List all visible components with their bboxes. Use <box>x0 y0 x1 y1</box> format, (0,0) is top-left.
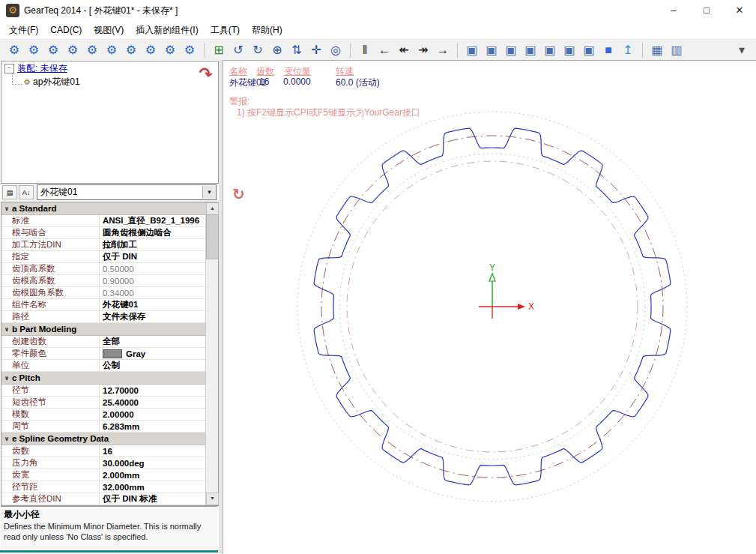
assembly-root-node[interactable]: 装配: 未保存 <box>17 62 67 75</box>
property-row[interactable]: 零件颜色Gray <box>1 348 206 360</box>
chevron-down-icon[interactable]: ▼ <box>202 186 216 199</box>
export-up-icon[interactable]: ↥ <box>618 41 638 58</box>
categorized-view-button[interactable]: ▤ <box>2 185 17 199</box>
collapse-chevron-icon[interactable]: ∨ <box>1 326 12 333</box>
gear-table-value[interactable]: 60.0 (活动) <box>336 76 380 89</box>
property-value[interactable]: 全部 <box>100 336 206 347</box>
property-row[interactable]: 根与啮合圆角齿根侧边啮合 <box>1 227 206 239</box>
cad-view-4-icon[interactable]: ▣ <box>521 41 540 58</box>
property-value[interactable]: 0.50000 <box>100 263 206 274</box>
spline-shaft-icon[interactable]: ⚙ <box>160 41 180 58</box>
gear-rack-icon[interactable]: ⚙ <box>63 41 82 58</box>
property-row[interactable]: 径节距32.000mm <box>1 481 206 493</box>
cad-view-3-icon[interactable]: ▣ <box>501 41 521 58</box>
property-value[interactable]: 0.90000 <box>100 275 206 286</box>
fast-left-icon[interactable]: ↞ <box>394 41 414 58</box>
component-combobox[interactable]: 外花键01 ▼ <box>37 184 217 200</box>
property-value[interactable]: 拉削加工 <box>100 239 206 250</box>
toolbar-options-icon[interactable]: ▾ <box>732 41 752 58</box>
property-value[interactable]: 公制 <box>100 360 206 371</box>
collapse-chevron-icon[interactable]: ∨ <box>1 375 12 382</box>
orbit-icon[interactable]: ◎ <box>326 41 345 58</box>
tree-collapse-toggle[interactable]: - <box>4 64 14 73</box>
property-grid-scrollbar[interactable]: ▲ ▼ <box>205 202 218 505</box>
scrollbar-up-button[interactable]: ▲ <box>206 202 219 215</box>
property-row[interactable]: 组件名称外花键01 <box>1 299 206 311</box>
step-right-icon[interactable]: → <box>433 41 453 58</box>
property-row[interactable]: 径节12.70000 <box>1 385 206 397</box>
timing-pulley-icon[interactable]: ⚙ <box>180 41 199 58</box>
scrollbar-thumb[interactable] <box>206 214 219 259</box>
property-value[interactable]: ANSI_直径_B92_1_1996 <box>100 215 206 226</box>
property-row[interactable]: 齿宽2.000mm <box>1 469 206 481</box>
property-value[interactable]: 仅于 DIN <box>100 251 206 262</box>
data-table-icon[interactable]: ▦ <box>647 41 667 58</box>
property-row[interactable]: 加工方法DIN拉削加工 <box>1 239 206 251</box>
minimize-button[interactable]: – <box>657 0 690 21</box>
property-value[interactable]: 16 <box>100 445 206 457</box>
gear-pair-icon[interactable]: ⚙ <box>24 41 43 58</box>
property-value[interactable]: 32.000mm <box>100 481 206 493</box>
property-row[interactable]: 压力角30.000deg <box>1 457 206 469</box>
internal-gear-icon[interactable]: ⚙ <box>43 41 63 58</box>
property-row[interactable]: 短齿径节25.40000 <box>1 397 206 409</box>
fast-right-icon[interactable]: ↠ <box>414 41 433 58</box>
menu-item-5[interactable]: 工具(T) <box>205 22 246 39</box>
property-row[interactable]: 齿根高系数0.90000 <box>1 275 206 287</box>
grid-category[interactable]: ∨c Pitch <box>1 372 206 385</box>
zoom-target-icon[interactable]: ⊕ <box>267 41 287 58</box>
property-value[interactable]: 0.34000 <box>100 287 206 298</box>
cad-view-5-icon[interactable]: ▣ <box>540 41 560 58</box>
pan-icon[interactable]: ✛ <box>306 41 326 58</box>
flip-vertical-icon[interactable]: ⇅ <box>287 41 306 58</box>
property-value[interactable]: 外花键01 <box>100 299 206 310</box>
property-row[interactable]: 齿顶高系数0.50000 <box>1 263 206 275</box>
property-row[interactable]: 齿数16 <box>1 445 206 457</box>
scrollbar-down-button[interactable]: ▼ <box>206 493 219 505</box>
property-row[interactable]: 齿根圆角系数0.34000 <box>1 287 206 299</box>
collapse-chevron-icon[interactable]: ∨ <box>1 436 12 442</box>
redo-arrow-icon[interactable]: ↷ <box>196 64 214 85</box>
solid-cube-icon[interactable]: ■ <box>599 41 618 58</box>
bevel-gear-icon[interactable]: ⚙ <box>82 41 102 58</box>
grid-category[interactable]: ∨a Standard <box>1 202 206 215</box>
menu-item-1[interactable]: 文件(F) <box>3 22 44 39</box>
worm-gear-icon[interactable]: ⚙ <box>121 41 141 58</box>
property-value[interactable]: Gray <box>100 348 206 359</box>
property-value[interactable]: 6.283mm <box>100 421 206 432</box>
menu-item-2[interactable]: CAD(C) <box>44 22 88 37</box>
close-button[interactable]: ✕ <box>723 0 756 21</box>
maximize-button[interactable]: □ <box>690 0 723 21</box>
property-row[interactable]: 参考直径DIN仅于 DIN 标准 <box>1 493 206 505</box>
property-value[interactable]: 仅于 DIN 标准 <box>100 493 206 505</box>
drawing-canvas[interactable]: XY ↻ 名称齿数变位量转速外花键01160.000060.0 (活动)警报:1… <box>223 60 756 554</box>
property-row[interactable]: 创建齿数全部 <box>1 336 206 348</box>
collapse-chevron-icon[interactable]: ∨ <box>1 205 12 212</box>
property-value[interactable]: 2.00000 <box>100 409 206 420</box>
alphabetical-sort-button[interactable]: A↓ <box>19 185 34 199</box>
cad-view-2-icon[interactable]: ▣ <box>482 41 501 58</box>
property-value[interactable]: 12.70000 <box>100 385 206 396</box>
cad-view-7-icon[interactable]: ▣ <box>579 41 599 58</box>
gear-table-value[interactable]: 0.0000 <box>283 76 311 87</box>
layout-panel-icon[interactable]: ▥ <box>667 41 686 58</box>
menu-item-4[interactable]: 插入新的组件(I) <box>130 22 204 39</box>
external-spur-gear-icon[interactable]: ⚙ <box>4 41 24 58</box>
property-value[interactable]: 2.000mm <box>100 469 206 481</box>
menu-item-6[interactable]: 帮助(H) <box>246 22 288 39</box>
cad-view-6-icon[interactable]: ▣ <box>560 41 579 58</box>
grid-category[interactable]: ∨e Spline Geometry Data <box>1 433 206 445</box>
regenerate-icon[interactable]: ↻ <box>232 185 245 203</box>
pause-icon[interactable]: ‖ <box>355 41 375 58</box>
gear-table-value[interactable]: 16 <box>259 76 269 87</box>
insert-grid-icon[interactable]: ⊞ <box>209 41 229 58</box>
rotate-cw-icon[interactable]: ↻ <box>248 41 267 58</box>
property-value[interactable]: 圆角齿根侧边啮合 <box>100 227 206 238</box>
property-value[interactable]: 文件未保存 <box>100 311 206 322</box>
grid-category[interactable]: ∨b Part Modeling <box>1 323 206 336</box>
component-node[interactable]: ap外花键01 <box>33 76 80 88</box>
menu-item-3[interactable]: 视图(V) <box>88 22 130 39</box>
property-value[interactable]: 30.000deg <box>100 457 206 469</box>
property-value[interactable]: 25.40000 <box>100 397 206 408</box>
property-row[interactable]: 路径文件未保存 <box>1 311 206 323</box>
